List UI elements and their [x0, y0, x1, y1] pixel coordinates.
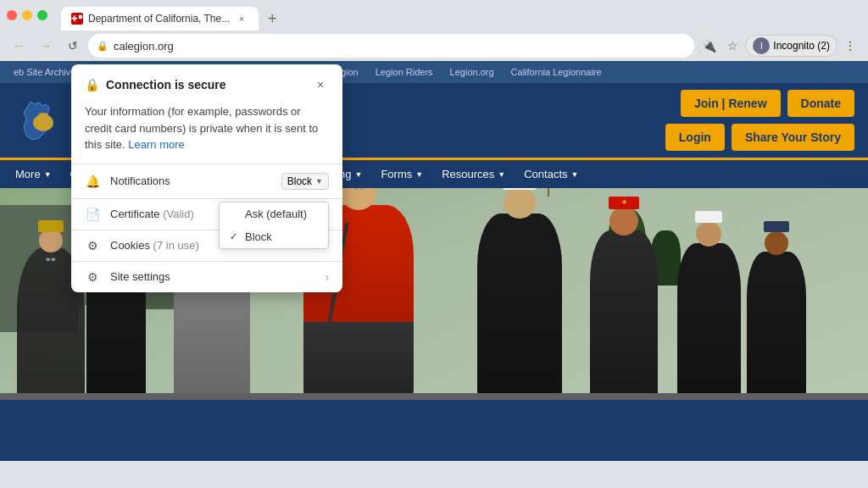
bookmark-legion-riders[interactable]: Legion Riders: [369, 65, 440, 79]
site-settings-row[interactable]: ⚙ Site settings ›: [71, 262, 342, 292]
person-far-right-3: [747, 252, 806, 400]
login-btn[interactable]: Login: [665, 124, 725, 151]
nav-contacts-arrow: ▼: [571, 170, 579, 179]
dropdown-arrow-icon: ▼: [315, 177, 323, 186]
donate-btn[interactable]: Donate: [787, 90, 854, 117]
settings-gear-icon: ⚙: [85, 270, 100, 284]
notifications-label: Notifications: [110, 175, 271, 187]
tab-bar: ✚ Department of California, The... × +: [54, 0, 861, 30]
refresh-btn[interactable]: ↺: [61, 34, 85, 58]
minimize-window-btn[interactable]: [22, 10, 32, 20]
popup-learn-more-link[interactable]: Learn more: [128, 138, 184, 151]
glasses-icon: 👓: [353, 188, 365, 193]
person-fr1-red-cap: ★: [609, 197, 639, 209]
notifications-dropdown-menu: Ask (default) ✓ Block: [219, 202, 329, 249]
person-head: [39, 229, 63, 252]
site-logo-bear-container: [14, 97, 73, 144]
person-r1-head: [504, 188, 536, 219]
person-fr3-cap: [764, 221, 789, 232]
bear-logo-svg: [14, 97, 73, 144]
address-text: calegion.org: [114, 40, 686, 53]
street-ground: [0, 393, 868, 400]
profile-btn[interactable]: I Incognito (2): [745, 35, 837, 57]
tab-close-btn[interactable]: ×: [235, 12, 248, 25]
new-tab-btn[interactable]: +: [260, 7, 284, 30]
bookmark-legion-org[interactable]: Legion.org: [443, 65, 501, 79]
maximize-window-btn[interactable]: [37, 10, 47, 20]
close-window-btn[interactable]: [7, 10, 17, 20]
notifications-control: Block ▼: [281, 173, 329, 190]
cookies-icon: ⚙: [85, 239, 100, 252]
popup-title-area: 🔒 Connection is secure: [85, 78, 226, 92]
person-fr1-head: [609, 207, 638, 236]
nav-actions: 🔌 ☆ I Incognito (2) ⋮: [698, 35, 861, 57]
notifications-value: Block: [287, 175, 312, 187]
popup-body: Your information (for example, passwords…: [71, 100, 342, 164]
nav-more-arrow: ▼: [44, 170, 52, 179]
popup-description: Your information (for example, passwords…: [85, 105, 318, 151]
person-fr2-white-cap: [695, 211, 722, 223]
nav-forms[interactable]: Forms ▼: [372, 159, 431, 190]
back-btn[interactable]: ←: [7, 34, 31, 58]
header-actions: Join | Renew Donate Login Share Your Sto…: [665, 90, 854, 151]
forward-btn[interactable]: →: [34, 34, 58, 58]
browser-chrome: ✚ Department of California, The... × + ←…: [0, 0, 868, 61]
site-settings-chevron: ›: [325, 270, 329, 284]
security-popup: 🔒 Connection is secure × Your informatio…: [71, 64, 342, 292]
cap-star: ★: [609, 197, 639, 206]
notifications-dropdown[interactable]: Block ▼: [281, 173, 329, 190]
window-controls: [7, 10, 47, 20]
check-mark-icon: ✓: [230, 231, 240, 242]
person-fr2-head: [696, 221, 721, 247]
person-fr3-head: [765, 231, 788, 255]
nav-contacts[interactable]: Contacts ▼: [515, 159, 587, 190]
person-r1-white-cap: [503, 188, 537, 190]
active-tab[interactable]: ✚ Department of California, The... ×: [61, 7, 259, 30]
notif-block[interactable]: ✓ Block: [220, 225, 328, 248]
svg-point-4: [44, 113, 48, 117]
nav-resources[interactable]: Resources ▼: [433, 159, 514, 190]
nav-more[interactable]: More ▼: [7, 159, 60, 190]
cookies-badge: (7 in use): [153, 239, 199, 252]
bookmark-ca-legionnaire[interactable]: California Legionnaire: [504, 65, 609, 79]
popup-header: 🔒 Connection is secure ×: [71, 64, 342, 100]
certificate-icon: 📄: [85, 208, 100, 221]
certificate-badge: (Valid): [163, 208, 194, 220]
notifications-row: 🔔 Notifications Block ▼ Ask (default) ✓ …: [71, 164, 342, 198]
join-renew-btn[interactable]: Join | Renew: [681, 90, 781, 117]
header-second-actions: Login Share Your Story: [665, 124, 854, 151]
header-top-actions: Join | Renew Donate: [681, 90, 854, 117]
nav-bar: ← → ↺ 🔒 calegion.org 🔌 ☆ I Incognito (2)…: [0, 30, 868, 61]
avatar: I: [753, 37, 770, 54]
popup-lock-icon: 🔒: [85, 78, 99, 92]
bookmark-star-icon[interactable]: ☆: [721, 35, 743, 57]
share-story-btn[interactable]: Share Your Story: [732, 124, 854, 151]
nav-resources-arrow: ▼: [498, 170, 505, 179]
svg-point-3: [39, 113, 43, 117]
lock-icon: 🔒: [97, 41, 108, 52]
nav-training-arrow: ▼: [354, 170, 362, 179]
sunglasses: 👓: [45, 254, 57, 265]
title-bar: ✚ Department of California, The... × +: [0, 0, 868, 30]
address-bar[interactable]: 🔒 calegion.org: [88, 34, 694, 58]
person-right-1: ★: [477, 214, 562, 400]
block-label: Block: [245, 230, 272, 243]
ask-default-label: Ask (default): [245, 208, 307, 220]
bell-icon: 🔔: [85, 175, 100, 188]
tab-title: Department of California, The...: [88, 13, 230, 25]
nav-forms-arrow: ▼: [415, 170, 423, 179]
more-options-icon[interactable]: ⋮: [839, 35, 861, 57]
extension-icon[interactable]: 🔌: [698, 35, 720, 57]
person-far-right-2: [677, 243, 741, 400]
cap: [38, 220, 64, 232]
profile-label: Incognito (2): [773, 40, 830, 52]
webpage: eb Site Archives * National Publications…: [0, 61, 868, 461]
person-far-right-1: ★: [590, 230, 658, 400]
popup-close-btn[interactable]: ×: [312, 76, 329, 93]
tab-favicon: ✚: [71, 13, 83, 25]
notif-ask-default[interactable]: Ask (default): [220, 202, 328, 225]
flag-2-pole: [548, 188, 549, 197]
popup-title: Connection is secure: [106, 78, 226, 92]
site-settings-label: Site settings: [110, 270, 314, 283]
